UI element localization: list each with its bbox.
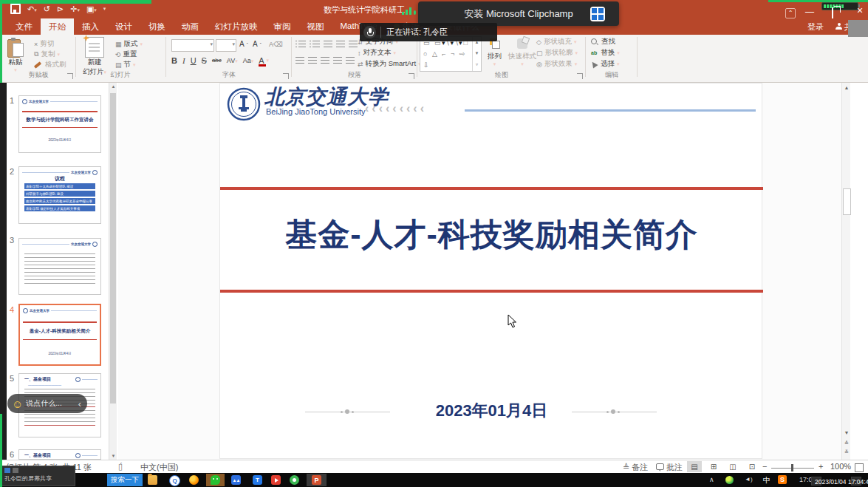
bullet-list-icon[interactable] — [295, 40, 306, 48]
format-painter-button[interactable]: 格式刷 — [34, 60, 66, 69]
clear-formatting-button[interactable]: A⌫ — [269, 39, 283, 49]
decrease-indent-icon[interactable] — [324, 40, 332, 48]
increase-indent-icon[interactable] — [336, 40, 345, 48]
zoom-slider-thumb[interactable] — [791, 464, 793, 471]
tray-expand-icon[interactable]: ∧ — [709, 476, 714, 483]
slide-sorter-view-button[interactable]: ⊞ — [706, 461, 721, 472]
tab-transitions[interactable]: 切换 — [140, 18, 174, 35]
comments-button[interactable]: 批注 — [656, 462, 683, 473]
replace-button[interactable]: ab替换▾ — [591, 48, 620, 58]
tab-slideshow[interactable]: 幻灯片放映 — [207, 18, 266, 35]
ribbon-display-options-icon[interactable]: ⌃ — [785, 8, 796, 18]
minimize-button[interactable]: — — [805, 7, 814, 17]
abc-button[interactable]: abc — [212, 57, 222, 64]
scroll-down-icon[interactable]: ▼ — [109, 454, 117, 458]
justify-icon[interactable] — [333, 56, 342, 64]
tab-animations[interactable]: 动画 — [174, 18, 207, 35]
shrink-font-button[interactable]: Aˇ — [253, 39, 262, 49]
slide-thumbnail-1[interactable]: 北京交通大学 数学与统计学院科研工作宣讲会 2023年01月4日 — [18, 95, 101, 153]
arrange-button[interactable]: 排列▾ — [488, 38, 502, 67]
thumbnail-scrollbar[interactable]: ▲ ▼ — [109, 83, 117, 460]
spellcheck-icon[interactable]: ▯́ — [118, 462, 123, 471]
zoom-out-button[interactable]: − — [762, 462, 767, 471]
font-size-combobox[interactable] — [216, 39, 236, 52]
next-slide-button[interactable]: ≚ — [842, 449, 851, 455]
ime-indicator[interactable]: 中 — [763, 475, 770, 486]
slide-canvas[interactable]: 北京交通大学 BeiJing JiaoTong University ‹‹‹‹‹… — [219, 83, 762, 459]
taskbar-search-button[interactable]: 搜索一下 — [107, 474, 143, 486]
find-button[interactable]: 查找 — [591, 37, 615, 47]
slide-scrollbar-thumb[interactable] — [843, 188, 851, 215]
quick-styles-button[interactable]: 快速样式▾ — [508, 38, 536, 67]
taskbar-green-app-icon[interactable] — [290, 475, 299, 485]
start-slideshow-icon[interactable]: ⊳ — [57, 4, 64, 14]
customize-qat-icon[interactable]: ▾ — [103, 6, 106, 12]
align-center-icon[interactable] — [308, 56, 317, 64]
tab-view[interactable]: 视图 — [299, 18, 332, 35]
scroll-down-icon[interactable]: ▼ — [842, 430, 851, 435]
chat-placeholder[interactable]: 说点什么... — [26, 398, 61, 409]
taskbar-powerpoint-button[interactable]: P — [307, 474, 327, 486]
italic-button[interactable]: I — [182, 56, 185, 65]
fit-to-window-icon[interactable] — [855, 463, 864, 472]
tab-file[interactable]: 文件 — [7, 18, 41, 35]
sogou-ime-icon[interactable]: S — [778, 475, 787, 484]
zoom-in-button[interactable]: + — [819, 462, 823, 471]
columns-icon[interactable] — [346, 56, 355, 64]
tray-green-icon[interactable] — [725, 476, 734, 484]
numbered-list-icon[interactable] — [310, 40, 320, 48]
slide-thumbnail-3[interactable]: 北京交通大学 — [18, 238, 101, 295]
normal-view-button[interactable]: ▤ — [687, 461, 702, 472]
thumbnail-scrollbar-thumb[interactable] — [110, 93, 116, 403]
align-left-icon[interactable] — [295, 56, 304, 64]
shape-outline-button[interactable]: ▢形状轮廓▾ — [536, 48, 578, 58]
clipboard-dialog-launcher-icon[interactable] — [67, 73, 73, 79]
notes-button[interactable]: ≜ 备注 — [623, 462, 648, 473]
tab-home[interactable]: 开始 — [41, 18, 74, 35]
grow-font-button[interactable]: Aˆ — [239, 39, 248, 49]
slide-title[interactable]: 基金-人才-科技奖励相关简介 — [220, 214, 763, 256]
touch-mode-icon[interactable]: ✛▾ — [70, 4, 80, 14]
slide-thumbnail-6[interactable]: 一、基金项目 —————————— — [18, 449, 101, 460]
reset-button[interactable]: ⟲重置 — [115, 50, 137, 59]
slide-scrollbar[interactable]: ▲ ▼ ≙ ≚ — [841, 83, 850, 460]
scroll-up-icon[interactable]: ▲ — [109, 84, 117, 89]
save-icon[interactable] — [10, 4, 21, 14]
scroll-up-icon[interactable]: ▲ — [842, 85, 851, 90]
undo-icon[interactable]: ↶▾ — [27, 4, 37, 14]
shape-effects-button[interactable]: ◎形状效果▾ — [536, 59, 577, 69]
taskbar-firefox-icon[interactable] — [189, 475, 199, 485]
reading-view-button[interactable]: ◫ — [725, 461, 740, 472]
paste-button[interactable]: 粘贴▾ — [7, 38, 24, 73]
strikethrough-button[interactable]: S — [202, 56, 207, 65]
slide-thumbnail-4-selected[interactable]: 北京交通大学 基金-人才-科技奖励相关简介 2023年01月4日 — [18, 304, 101, 366]
section-button[interactable]: ▤节▾ — [115, 60, 136, 69]
smartart-button[interactable]: ⇄转换为 SmartArt▾ — [358, 59, 421, 69]
tab-insert[interactable]: 插入 — [74, 18, 107, 35]
previous-slide-button[interactable]: ≙ — [842, 440, 851, 446]
char-spacing-button[interactable]: AV▾ — [227, 57, 238, 64]
taskbar-tencent-meeting-icon[interactable]: T — [253, 475, 262, 485]
tab-review[interactable]: 审阅 — [266, 18, 299, 35]
select-button[interactable]: 选择▾ — [591, 59, 620, 69]
smiley-icon[interactable]: ☺ — [12, 398, 23, 410]
bold-button[interactable]: B — [171, 56, 177, 65]
cut-button[interactable]: ×剪切 — [34, 39, 54, 49]
taskbar-file-explorer-icon[interactable] — [148, 475, 157, 485]
line-spacing-icon[interactable] — [349, 40, 358, 48]
shapes-scrollbar[interactable]: ▲▼▿ — [472, 37, 481, 71]
change-case-button[interactable]: Aa▾ — [243, 57, 254, 64]
layout-button[interactable]: ▦版式▾ — [115, 39, 143, 49]
zoom-level[interactable]: 100% — [830, 462, 851, 471]
clipchamp-app-icon[interactable] — [590, 7, 605, 21]
restore-button[interactable] — [832, 8, 833, 18]
chevron-left-icon[interactable]: ‹ — [78, 398, 81, 409]
slideshow-view-button[interactable]: ⊡ — [745, 461, 759, 472]
tab-design[interactable]: 设计 — [107, 18, 140, 35]
align-right-icon[interactable] — [321, 56, 329, 64]
taskbar-blue-app-icon[interactable]: ▲▲ — [231, 475, 241, 485]
taskbar-wechat-button[interactable] — [206, 474, 225, 486]
drawing-dialog-launcher-icon[interactable] — [577, 73, 583, 79]
language-indicator[interactable]: 中文(中国) — [140, 462, 178, 473]
redo-icon[interactable]: ↺ — [44, 4, 50, 14]
